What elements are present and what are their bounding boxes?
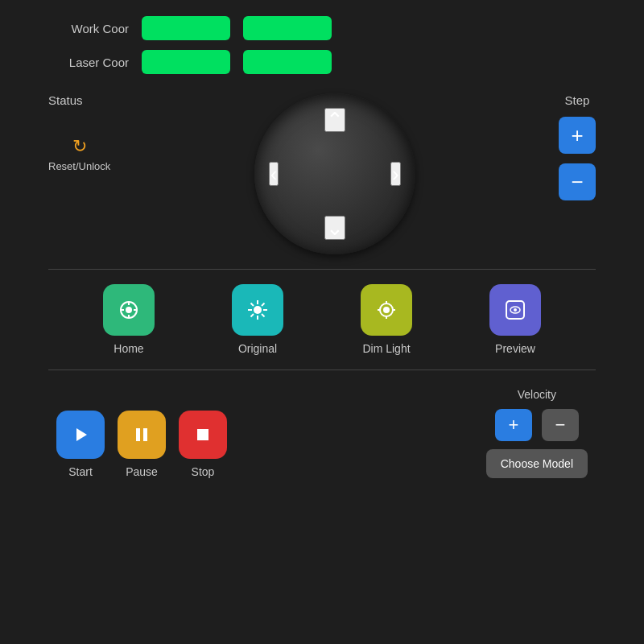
svg-line-14 xyxy=(251,314,254,317)
svg-rect-26 xyxy=(143,428,147,441)
velocity-label: Velocity xyxy=(518,388,556,401)
jog-section: Status ↻ Reset/Unlock ⌃ ⌄ ‹ › Step + − xyxy=(48,93,596,254)
work-coord-label: Work Coor xyxy=(48,22,129,35)
svg-marker-24 xyxy=(76,428,87,441)
laser-coord-label: Laser Coor xyxy=(48,56,129,69)
start-button[interactable] xyxy=(56,411,105,459)
start-item: Start xyxy=(56,411,105,478)
svg-point-16 xyxy=(383,307,390,313)
svg-point-6 xyxy=(254,306,262,314)
action-dimlight: Dim Light xyxy=(361,284,412,355)
jog-down-button[interactable]: ⌄ xyxy=(324,216,345,240)
svg-line-13 xyxy=(262,303,265,307)
play-icon xyxy=(72,426,89,444)
stop-icon xyxy=(194,426,212,444)
action-section: Home Original xyxy=(48,284,596,355)
velocity-plus-button[interactable]: + xyxy=(495,409,532,441)
dimlight-label: Dim Light xyxy=(362,342,410,355)
svg-point-1 xyxy=(126,307,132,313)
original-icon xyxy=(246,298,270,322)
stop-item: Stop xyxy=(179,411,227,478)
start-label: Start xyxy=(68,465,93,478)
work-coord-row: Work Coor xyxy=(48,16,596,40)
bottom-section: Start Pause Stop xyxy=(48,388,596,478)
pause-item: Pause xyxy=(118,411,166,478)
svg-line-12 xyxy=(262,314,265,317)
preview-label: Preview xyxy=(495,342,535,355)
choose-model-button[interactable]: Choose Model xyxy=(486,449,588,478)
pause-button[interactable] xyxy=(118,411,166,459)
coord-section: Work Coor Laser Coor xyxy=(48,16,596,74)
reset-label: Reset/Unlock xyxy=(48,160,110,172)
divider-1 xyxy=(48,269,596,270)
pause-label: Pause xyxy=(126,465,158,478)
work-coord-box2 xyxy=(243,16,332,40)
playback-group: Start Pause Stop xyxy=(56,411,227,478)
jog-left-button[interactable]: ‹ xyxy=(269,162,279,186)
jog-left: Status ↻ Reset/Unlock xyxy=(48,93,110,172)
jog-up-button[interactable]: ⌃ xyxy=(324,108,345,132)
svg-line-11 xyxy=(251,303,254,307)
pause-icon xyxy=(133,426,151,444)
svg-point-23 xyxy=(514,308,517,312)
status-label: Status xyxy=(48,93,83,107)
home-icon xyxy=(117,298,141,322)
svg-rect-27 xyxy=(197,429,208,440)
stop-label: Stop xyxy=(192,465,215,478)
dimlight-button[interactable] xyxy=(361,284,412,336)
laser-coord-row: Laser Coor xyxy=(48,50,596,74)
step-label: Step xyxy=(565,93,590,107)
velocity-group: Velocity + − Choose Model xyxy=(486,388,588,478)
main-container: Work Coor Laser Coor Status ↻ Reset/Unlo… xyxy=(0,0,644,644)
home-label: Home xyxy=(114,342,143,355)
step-minus-button[interactable]: − xyxy=(559,163,596,200)
home-button[interactable] xyxy=(103,284,155,336)
action-preview: Preview xyxy=(489,284,541,355)
velocity-minus-button[interactable]: − xyxy=(542,409,579,441)
reset-icon: ↻ xyxy=(72,136,87,157)
preview-icon xyxy=(503,298,527,322)
original-button[interactable] xyxy=(232,284,283,336)
laser-coord-box2 xyxy=(243,50,332,74)
jog-pad-container: ⌃ ⌄ ‹ › xyxy=(254,93,415,254)
reset-area[interactable]: ↻ Reset/Unlock xyxy=(48,136,110,172)
jog-right-button[interactable]: › xyxy=(390,162,401,186)
work-coord-box1 xyxy=(142,16,230,40)
dimlight-icon xyxy=(374,298,398,322)
preview-button[interactable] xyxy=(489,284,541,336)
action-home: Home xyxy=(103,284,155,355)
original-label: Original xyxy=(238,342,277,355)
laser-coord-box1 xyxy=(142,50,230,74)
action-original: Original xyxy=(232,284,283,355)
divider-2 xyxy=(48,369,596,370)
step-plus-button[interactable]: + xyxy=(559,117,596,154)
svg-rect-25 xyxy=(136,428,140,441)
step-section: Step + − xyxy=(559,93,596,200)
stop-button[interactable] xyxy=(179,411,227,459)
jog-circle: ⌃ ⌄ ‹ › xyxy=(254,93,415,254)
velocity-buttons: + − xyxy=(495,409,579,441)
